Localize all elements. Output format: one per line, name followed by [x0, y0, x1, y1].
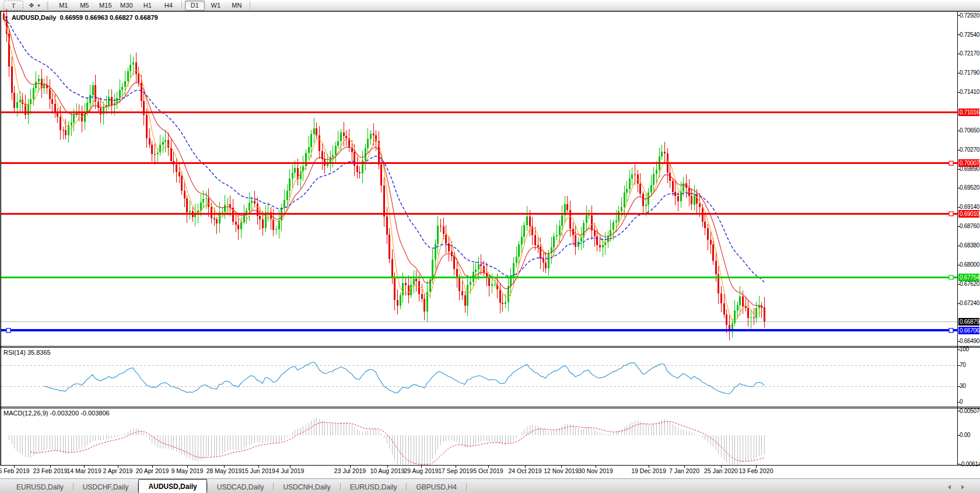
symbol-period-label: AUDUSD,Daily	[12, 14, 56, 21]
time-axis-label: 17 Sep 2019	[438, 467, 473, 474]
time-axis-label: 19 Dec 2019	[631, 467, 666, 474]
time-axis-label: 13 Feb 2020	[739, 467, 774, 474]
time-axis-label: 29 Aug 2019	[404, 467, 439, 474]
time-axis-label: 24 Oct 2019	[508, 467, 541, 474]
candles-down-wicks	[4, 9, 765, 340]
tabs-scroll-left-icon[interactable]	[948, 485, 951, 489]
time-axis-label: 9 May 2019	[172, 467, 204, 474]
price-axis-tick: 0.68760	[960, 223, 979, 229]
chart-tab-gbpusd-h4[interactable]: GBPUSD,H4	[407, 481, 466, 493]
price-axis-tick: 0.67620	[960, 281, 979, 287]
hline-price-label[interactable]: 0.70007	[958, 159, 979, 167]
chart-tab-eurusd-daily[interactable]: EURUSD,Daily	[7, 481, 73, 493]
rsi-axis-tick: 0	[960, 398, 979, 405]
macd-histogram	[9, 418, 765, 464]
chart-tab-usdcnh-daily[interactable]: USDCNH,Daily	[274, 481, 340, 493]
time-axis-label: 2 Apr 2019	[103, 467, 133, 474]
time-axis-label: 30 Nov 2019	[578, 467, 613, 474]
time-axis-label: 12 Nov 2019	[544, 467, 579, 474]
macd-axis-tick: -0.00614	[960, 461, 979, 467]
rsi-axis-tick: 30	[960, 383, 979, 389]
ma-slow-line[interactable]	[4, 19, 764, 282]
price-axis-tick: 0.70650	[960, 127, 979, 134]
mt4-window: T ❖ ▼ M1M5M15M30H1H4D1W1MN ▼AUDUSD,Daily…	[0, 0, 980, 493]
time-axis-label: 25 Jan 2020	[704, 467, 738, 474]
hline-price-label[interactable]: 0.66706	[958, 327, 979, 334]
rsi-indicator-label: RSI(14) 35.8365	[4, 349, 51, 356]
time-axis-label: 7 Jan 2020	[669, 467, 699, 474]
ohlc-quote-label: 0.66959 0.66963 0.66827 0.66879	[60, 14, 158, 21]
price-axis-tick: 0.68000	[960, 261, 979, 268]
time-axis-label: 5 Oct 2019	[473, 467, 503, 474]
ma-fast-line[interactable]	[4, 19, 764, 320]
macd-axis-tick: 0.00	[960, 432, 979, 438]
price-axis-tick: 0.71410	[960, 89, 979, 95]
tabs-scroll-right-icon[interactable]	[961, 485, 964, 489]
price-axis-tick: 0.66490	[960, 338, 979, 344]
collapse-chart-icon[interactable]: ▼	[4, 15, 9, 20]
time-axis-label: 23 Jul 2019	[334, 467, 366, 474]
time-axis-label: 4 Jul 2019	[276, 467, 304, 474]
time-axis-label: 14 Mar 2019	[67, 467, 102, 474]
price-axis-tick: 0.72170	[960, 50, 979, 57]
time-axis-label: 20 Apr 2019	[136, 467, 169, 474]
time-axis-label: 10 Aug 2019	[370, 467, 405, 474]
chart-tab-audusd-daily[interactable]: AUDUSD,Daily	[138, 479, 206, 493]
price-axis-tick: 0.72540	[960, 32, 979, 38]
time-axis-label: 28 May 2019	[206, 467, 242, 474]
rsi-line	[44, 362, 764, 394]
time-axis-label: 23 Feb 2019	[33, 467, 68, 474]
hline-handle[interactable]	[949, 212, 953, 216]
rsi-axis-tick: 70	[960, 362, 979, 368]
price-axis-tick: 0.69140	[960, 204, 979, 210]
hline-handle[interactable]	[949, 328, 953, 333]
chart-tab-eurusd-daily[interactable]: EURUSD,Daily	[341, 481, 407, 493]
current-price-label: 0.66879	[958, 318, 979, 326]
chart-title: ▼AUDUSD,Daily 0.66959 0.66963 0.66827 0.…	[4, 14, 158, 21]
hline-handle[interactable]	[6, 328, 10, 333]
macd-indicator-label: MACD(12,26,9) -0.003200 -0.003806	[4, 410, 110, 417]
hline-price-label[interactable]: 0.71016	[958, 109, 979, 116]
time-axis-label: 5 Feb 2019	[0, 467, 30, 474]
macd-axis-tick: 0.005076	[960, 408, 979, 414]
price-axis-tick: 0.69520	[960, 184, 979, 191]
chart-tab-usdchf-daily[interactable]: USDCHF,Daily	[74, 481, 138, 493]
rsi-axis-tick: 100	[960, 346, 979, 352]
hline-handle[interactable]	[949, 275, 953, 279]
candles-up-bodies	[16, 62, 760, 330]
price-axis-tick: 0.72920	[960, 12, 979, 19]
hline-price-label[interactable]: 0.69010	[958, 210, 979, 218]
price-axis-tick: 0.70270	[960, 146, 979, 153]
price-axis-tick: 0.68380	[960, 242, 979, 249]
chart-tab-usdcad-daily[interactable]: USDCAD,Daily	[208, 481, 274, 493]
price-chart-canvas[interactable]	[0, 0, 980, 493]
price-axis-tick: 0.71790	[960, 69, 979, 76]
chart-tab-bar: EURUSD,DailyUSDCHF,DailyAUDUSD,DailyUSDC…	[0, 478, 980, 493]
hline-handle[interactable]	[949, 161, 953, 165]
tab-separator	[466, 483, 467, 491]
time-axis-label: 15 Jun 2019	[242, 467, 275, 474]
price-axis-tick: 0.67240	[960, 300, 979, 306]
hline-price-label[interactable]: 0.67754	[958, 274, 979, 281]
